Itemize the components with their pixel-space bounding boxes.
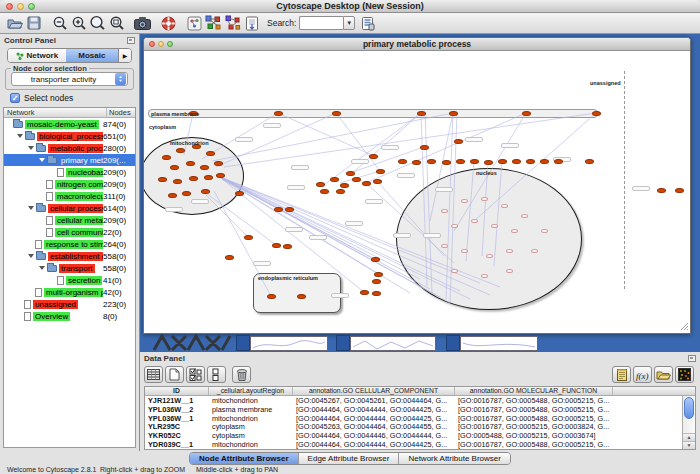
network-node[interactable] bbox=[283, 244, 292, 249]
network-node[interactable] bbox=[585, 159, 594, 164]
network-node[interactable] bbox=[272, 243, 281, 248]
network-tree-row[interactable]: cellular metabo209(0) bbox=[4, 214, 135, 226]
network-node[interactable] bbox=[158, 177, 167, 182]
table-scrollbar[interactable]: ▲ ▼ bbox=[682, 396, 695, 449]
network-node[interactable] bbox=[456, 159, 465, 164]
network-node[interactable] bbox=[352, 177, 361, 182]
network-node[interactable] bbox=[186, 161, 195, 166]
network-node[interactable] bbox=[225, 255, 234, 260]
network-node[interactable] bbox=[320, 189, 329, 194]
network-node[interactable] bbox=[484, 160, 493, 165]
network-tree-row[interactable]: transport558(0) bbox=[4, 262, 135, 274]
unselected-network-node[interactable] bbox=[441, 209, 448, 213]
network-tree-row[interactable]: unassigned223(0) bbox=[4, 298, 135, 310]
window-resize-grip[interactable] bbox=[680, 322, 689, 331]
expand-triangle-icon[interactable] bbox=[39, 158, 45, 162]
float-panel-icon[interactable] bbox=[127, 37, 135, 44]
background-window-fragment[interactable] bbox=[446, 335, 460, 351]
unselected-network-node[interactable] bbox=[481, 197, 488, 201]
network-tree-row[interactable]: secretion41(0) bbox=[4, 274, 135, 286]
network-node[interactable] bbox=[267, 294, 276, 299]
tab-mosaic[interactable]: Mosaic bbox=[66, 49, 118, 62]
network-node[interactable] bbox=[675, 188, 684, 193]
network-tree-row[interactable]: cellular process614(0) bbox=[4, 202, 135, 214]
zoom-in-icon[interactable] bbox=[69, 14, 88, 33]
zoom-selected-icon[interactable] bbox=[88, 14, 107, 33]
help-lifering-icon[interactable] bbox=[159, 14, 178, 33]
network-tree-row[interactable]: Overview8(0) bbox=[4, 310, 135, 322]
network-node[interactable] bbox=[526, 159, 535, 164]
search-input[interactable] bbox=[299, 16, 343, 30]
unselected-network-node[interactable] bbox=[501, 204, 508, 208]
network-node[interactable] bbox=[362, 181, 371, 186]
background-window-fragment[interactable] bbox=[350, 336, 436, 351]
network-node[interactable] bbox=[330, 177, 339, 182]
network-node[interactable] bbox=[512, 159, 521, 164]
network-node[interactable] bbox=[470, 159, 479, 164]
network-node[interactable] bbox=[371, 257, 380, 262]
zoom-out-icon[interactable] bbox=[50, 14, 69, 33]
expand-triangle-icon[interactable] bbox=[28, 206, 34, 210]
unselected-network-node[interactable] bbox=[491, 224, 498, 228]
network-tree-row[interactable]: biological_process651(0) bbox=[4, 130, 135, 142]
formula-builder-icon[interactable]: f(x) bbox=[633, 366, 652, 383]
network-node[interactable] bbox=[201, 189, 210, 194]
network-node[interactable] bbox=[214, 161, 223, 166]
expand-triangle-icon[interactable] bbox=[28, 254, 34, 258]
network-node[interactable] bbox=[442, 160, 451, 165]
import-attributes-icon[interactable] bbox=[654, 366, 673, 383]
network-node[interactable] bbox=[454, 139, 463, 144]
col-go-cellular-component[interactable]: annotation.GO CELLULAR_COMPONENT bbox=[293, 387, 455, 395]
network-tree-row[interactable]: primary metabo209(... bbox=[4, 154, 135, 166]
network-node[interactable] bbox=[592, 111, 601, 116]
network-node[interactable] bbox=[216, 173, 225, 178]
network-node[interactable] bbox=[522, 111, 531, 116]
network-node[interactable] bbox=[170, 165, 179, 170]
network-node[interactable] bbox=[376, 169, 385, 174]
col-go-molecular-function[interactable]: annotation.GO MOLECULAR_FUNCTION bbox=[455, 387, 613, 395]
open-session-icon[interactable] bbox=[5, 14, 24, 33]
network-tree-row[interactable]: nitrogen compo209(0) bbox=[4, 178, 135, 190]
attribute-table-row[interactable]: YPL036W__2plasma membrane[GO:0044464, GO… bbox=[145, 405, 682, 414]
network-tree-row[interactable]: cell communicat22(0) bbox=[4, 226, 135, 238]
network-node[interactable] bbox=[420, 145, 429, 150]
network-node[interactable] bbox=[206, 151, 215, 156]
unselected-network-node[interactable] bbox=[461, 199, 468, 203]
attribute-matrix-icon[interactable] bbox=[675, 366, 694, 383]
network-node[interactable] bbox=[244, 235, 253, 240]
network-tree-row[interactable]: mosaic-demo-yeast874(0) bbox=[4, 118, 135, 130]
unselect-attributes-icon[interactable] bbox=[207, 366, 226, 383]
search-options-icon[interactable] bbox=[358, 14, 377, 33]
unselected-network-node[interactable] bbox=[521, 214, 528, 218]
float-panel-icon[interactable] bbox=[688, 355, 696, 362]
network-tree-row[interactable]: metabolic process280(0) bbox=[4, 142, 135, 154]
network-tree-row[interactable]: establishment of lo558(0) bbox=[4, 250, 135, 262]
unselected-network-node[interactable] bbox=[541, 229, 548, 233]
background-window-fragment[interactable] bbox=[336, 335, 350, 351]
attribute-table-row[interactable]: YPL036W__1mitochondrion[GO:0044464, GO:0… bbox=[145, 414, 682, 423]
attribute-table-row[interactable]: YLR295Ccytoplasm[GO:0045263, GO:0044464,… bbox=[145, 422, 682, 431]
unselected-network-node[interactable] bbox=[506, 269, 513, 273]
vizmapper-network-icon[interactable] bbox=[204, 14, 223, 33]
attribute-table-row[interactable]: YKR052Ccytoplasm[GO:0044464, GO:0044446,… bbox=[145, 431, 682, 440]
scrollbar-thumb[interactable] bbox=[684, 397, 694, 419]
network-node[interactable] bbox=[332, 111, 341, 116]
tab-network[interactable]: Network bbox=[8, 49, 66, 62]
network-node[interactable] bbox=[173, 179, 182, 184]
network-tree-row[interactable]: response to stimulu264(0) bbox=[4, 238, 135, 250]
unselected-network-node[interactable] bbox=[531, 249, 538, 253]
unselected-network-node[interactable] bbox=[506, 249, 513, 253]
unselected-network-node[interactable] bbox=[471, 219, 478, 223]
network-node[interactable] bbox=[336, 189, 345, 194]
network-tree-row[interactable]: macromolecule311(0) bbox=[4, 190, 135, 202]
annotation-tool-icon[interactable] bbox=[185, 14, 204, 33]
network-node[interactable] bbox=[182, 191, 191, 196]
unselected-network-node[interactable] bbox=[511, 229, 518, 233]
search-combobox[interactable]: ▼ bbox=[299, 16, 355, 30]
unselected-network-node[interactable] bbox=[486, 254, 493, 258]
network-node[interactable] bbox=[373, 179, 382, 184]
expand-triangle-icon[interactable] bbox=[28, 146, 34, 150]
network-view-window[interactable]: primary metabolic process plasma membran… bbox=[143, 37, 691, 334]
scroll-down-arrow-icon[interactable]: ▼ bbox=[683, 441, 695, 449]
network-node[interactable] bbox=[417, 111, 426, 116]
